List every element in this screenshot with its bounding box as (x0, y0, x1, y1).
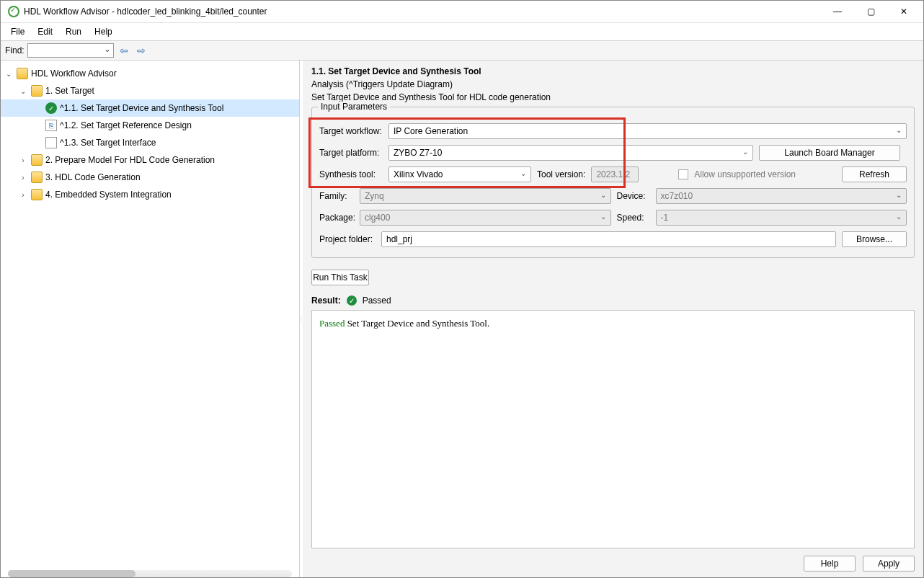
tree-label: 4. Embedded System Integration (45, 190, 172, 200)
tree-label: HDL Workflow Advisor (31, 68, 117, 79)
tree-label: ^1.2. Set Target Reference Design (60, 120, 192, 130)
result-status: Passed (363, 295, 391, 306)
tree-label: ^1.3. Set Target Interface (60, 138, 156, 148)
label-speed: Speed: (617, 213, 650, 223)
input-parameters-group: Input Parameters Target workflow: IP Cor… (311, 107, 915, 258)
row-target-platform: Target platform: ZYBO Z7-10 ⌄ Launch Boa… (319, 142, 907, 164)
maximize-button[interactable]: ▢ (854, 1, 887, 22)
find-prev-button[interactable]: ⇦ (117, 43, 131, 58)
find-label: Find: (5, 45, 25, 55)
input-parameters-legend: Input Parameters (318, 102, 390, 112)
find-combo[interactable] (27, 43, 114, 58)
label-family: Family: (319, 191, 354, 201)
tool-version-field: 2023.1.2 (591, 166, 639, 182)
help-button[interactable]: Help (804, 556, 856, 572)
menu-edit[interactable]: Edit (32, 25, 58, 39)
footer-buttons: Help Apply (311, 556, 915, 572)
result-passed-word: Passed (319, 318, 345, 329)
launch-board-manager-button[interactable]: Launch Board Manager (759, 145, 900, 161)
menubar: File Edit Run Help (1, 22, 923, 40)
tree-label: 3. HDL Code Generation (45, 172, 141, 182)
window-controls: — ▢ ✕ (821, 1, 920, 22)
panel-subtitle: Analysis (^Triggers Update Diagram) (311, 79, 915, 89)
tree-label: 1. Set Target (45, 86, 94, 96)
combo-value: Zynq (365, 191, 384, 201)
label-package: Package: (319, 213, 354, 223)
folder-icon (31, 172, 43, 183)
menu-help[interactable]: Help (89, 25, 118, 39)
label-tool-version: Tool version: (537, 169, 585, 179)
document-icon (45, 137, 57, 148)
tree-hdl-codegen[interactable]: › 3. HDL Code Generation (1, 169, 299, 186)
chevron-down-icon: ⌄ (742, 148, 748, 156)
folder-icon (31, 154, 43, 166)
row-package-speed: Package: clg400 ⌄ Speed: -1 ⌄ (319, 207, 907, 228)
tree-root[interactable]: ⌄ HDL Workflow Advisor (1, 65, 299, 82)
close-button[interactable]: ✕ (887, 1, 920, 22)
chevron-down-icon: ⌄ (600, 191, 606, 199)
app-icon (8, 6, 19, 17)
project-folder-field[interactable]: hdl_prj (381, 231, 836, 247)
label-device: Device: (617, 191, 650, 201)
speed-combo: -1 ⌄ (656, 210, 907, 226)
refresh-button[interactable]: Refresh (842, 166, 907, 182)
panel-description: Set Target Device and Synthesis Tool for… (311, 92, 915, 102)
row-family-device: Family: Zynq ⌄ Device: xc7z010 ⌄ (319, 185, 907, 207)
combo-value: Xilinx Vivado (394, 169, 443, 179)
allow-unsupported-checkbox[interactable] (678, 169, 688, 179)
expand-icon[interactable]: › (18, 156, 28, 164)
menu-run[interactable]: Run (60, 25, 87, 39)
tree-label: ^1.1. Set Target Device and Synthesis To… (60, 103, 223, 113)
tree-prepare-model[interactable]: › 2. Prepare Model For HDL Code Generati… (1, 151, 299, 169)
label-allow-unsupported: Allow unsupported version (694, 169, 796, 179)
check-icon (45, 102, 57, 114)
synthesis-tool-combo[interactable]: Xilinx Vivado ⌄ (388, 166, 531, 182)
expand-icon[interactable]: › (18, 191, 28, 199)
browse-button[interactable]: Browse... (842, 231, 907, 247)
expand-icon[interactable]: › (18, 174, 28, 182)
chevron-down-icon: ⌄ (520, 169, 526, 177)
combo-value: clg400 (365, 213, 390, 223)
reference-icon (45, 120, 57, 131)
combo-value: IP Core Generation (394, 126, 468, 136)
target-platform-combo[interactable]: ZYBO Z7-10 ⌄ (388, 145, 753, 161)
content-panel: 1.1. Set Target Device and Synthesis Too… (303, 61, 923, 577)
tree-embedded-integration[interactable]: › 4. Embedded System Integration (1, 186, 299, 203)
result-message: Set Target Device and Synthesis Tool. (345, 318, 489, 329)
tree-panel: ⌄ HDL Workflow Advisor ⌄ 1. Set Target ^… (1, 61, 300, 577)
folder-icon (31, 85, 43, 97)
chevron-down-icon: ⌄ (600, 213, 606, 221)
result-label: Result: (311, 295, 341, 306)
tree-label: 2. Prepare Model For HDL Code Generation (45, 155, 215, 165)
result-output: Passed Set Target Device and Synthesis T… (311, 310, 915, 548)
target-workflow-combo[interactable]: IP Core Generation ⌄ (388, 123, 907, 139)
folder-icon (31, 189, 43, 200)
run-this-task-button[interactable]: Run This Task (311, 270, 369, 285)
package-combo: clg400 ⌄ (360, 210, 611, 226)
label-synthesis-tool: Synthesis tool: (319, 169, 383, 179)
minimize-button[interactable]: — (821, 1, 854, 22)
row-project-folder: Project folder: hdl_prj Browse... (319, 228, 907, 250)
label-target-workflow: Target workflow: (319, 126, 383, 136)
combo-value: -1 (661, 213, 669, 223)
find-next-button[interactable]: ⇨ (134, 43, 148, 58)
findbar: Find: ⇦ ⇨ (1, 40, 923, 61)
tree-set-target[interactable]: ⌄ 1. Set Target (1, 82, 299, 99)
collapse-icon[interactable]: ⌄ (18, 87, 28, 95)
apply-button[interactable]: Apply (863, 556, 915, 572)
tree-set-target-reference[interactable]: ^1.2. Set Target Reference Design (1, 117, 299, 134)
field-value: hdl_prj (386, 234, 412, 244)
menu-file[interactable]: File (5, 25, 30, 39)
result-row: Result: Passed (311, 295, 915, 306)
chevron-down-icon: ⌄ (896, 126, 902, 134)
label-project-folder: Project folder: (319, 234, 376, 244)
titlebar: HDL Workflow Advisor - hdlcoder_led_blin… (1, 1, 923, 22)
tree-h-scrollbar[interactable] (8, 570, 292, 577)
panel-heading: 1.1. Set Target Device and Synthesis Too… (311, 66, 915, 76)
device-combo: xc7z010 ⌄ (656, 188, 907, 204)
chevron-down-icon: ⌄ (896, 191, 902, 199)
tree-set-target-interface[interactable]: ^1.3. Set Target Interface (1, 134, 299, 151)
tree-set-target-device[interactable]: ^1.1. Set Target Device and Synthesis To… (1, 99, 299, 117)
collapse-icon[interactable]: ⌄ (4, 70, 14, 78)
field-value: 2023.1.2 (596, 169, 630, 179)
